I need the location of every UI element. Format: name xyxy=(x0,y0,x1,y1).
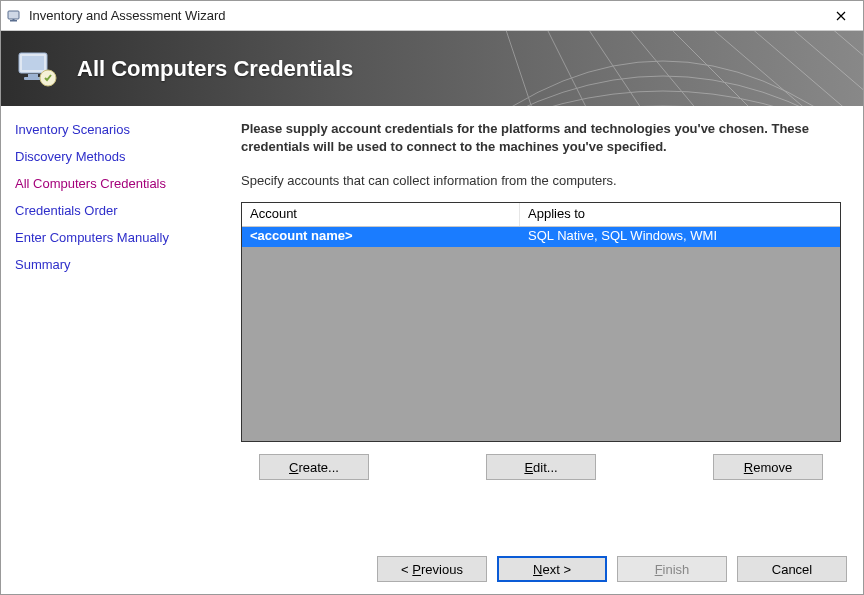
instruction-text: Please supply account credentials for th… xyxy=(241,120,841,155)
body: Inventory Scenarios Discovery Methods Al… xyxy=(1,106,863,544)
close-icon xyxy=(836,11,846,21)
banner-icon xyxy=(13,45,61,93)
close-button[interactable] xyxy=(819,1,863,30)
finish-button[interactable]: Finish xyxy=(617,556,727,582)
cancel-button[interactable]: Cancel xyxy=(737,556,847,582)
banner: All Computers Credentials xyxy=(1,31,863,106)
next-button[interactable]: Next > xyxy=(497,556,607,582)
svg-rect-4 xyxy=(22,56,44,70)
sidebar-item-inventory-scenarios[interactable]: Inventory Scenarios xyxy=(11,116,218,143)
main-panel: Please supply account credentials for th… xyxy=(219,106,863,544)
svg-rect-6 xyxy=(24,77,42,80)
grid-rows: <account name> SQL Native, SQL Windows, … xyxy=(242,227,840,441)
sidebar-item-summary[interactable]: Summary xyxy=(11,251,218,278)
grid-col-account[interactable]: Account xyxy=(242,203,520,226)
grid-col-applies[interactable]: Applies to xyxy=(520,203,840,226)
previous-button[interactable]: < Previous xyxy=(377,556,487,582)
app-icon xyxy=(7,8,23,24)
banner-heading: All Computers Credentials xyxy=(77,56,353,82)
sidebar-item-discovery-methods[interactable]: Discovery Methods xyxy=(11,143,218,170)
cell-applies: SQL Native, SQL Windows, WMI xyxy=(520,227,840,247)
remove-button[interactable]: Remove xyxy=(713,454,823,480)
credentials-grid: Account Applies to <account name> SQL Na… xyxy=(241,202,841,442)
table-row[interactable]: <account name> SQL Native, SQL Windows, … xyxy=(242,227,840,247)
sidebar-item-enter-computers-manually[interactable]: Enter Computers Manually xyxy=(11,224,218,251)
banner-pattern xyxy=(463,31,863,106)
svg-rect-2 xyxy=(13,19,15,21)
sidebar-item-credentials-order[interactable]: Credentials Order xyxy=(11,197,218,224)
edit-button[interactable]: Edit... xyxy=(486,454,596,480)
titlebar: Inventory and Assessment Wizard xyxy=(1,1,863,31)
cell-account: <account name> xyxy=(242,227,520,247)
create-button[interactable]: Create... xyxy=(259,454,369,480)
window-title: Inventory and Assessment Wizard xyxy=(29,8,819,23)
wizard-window: Inventory and Assessment Wizard xyxy=(0,0,864,595)
sidebar: Inventory Scenarios Discovery Methods Al… xyxy=(1,106,219,544)
footer: < Previous Next > Finish Cancel xyxy=(1,544,863,594)
grid-header: Account Applies to xyxy=(242,203,840,227)
svg-rect-0 xyxy=(8,11,19,19)
grid-action-row: Create... Edit... Remove xyxy=(241,454,841,480)
svg-rect-5 xyxy=(28,74,38,77)
sidebar-item-all-computers-credentials[interactable]: All Computers Credentials xyxy=(11,170,218,197)
subtext: Specify accounts that can collect inform… xyxy=(241,173,841,188)
